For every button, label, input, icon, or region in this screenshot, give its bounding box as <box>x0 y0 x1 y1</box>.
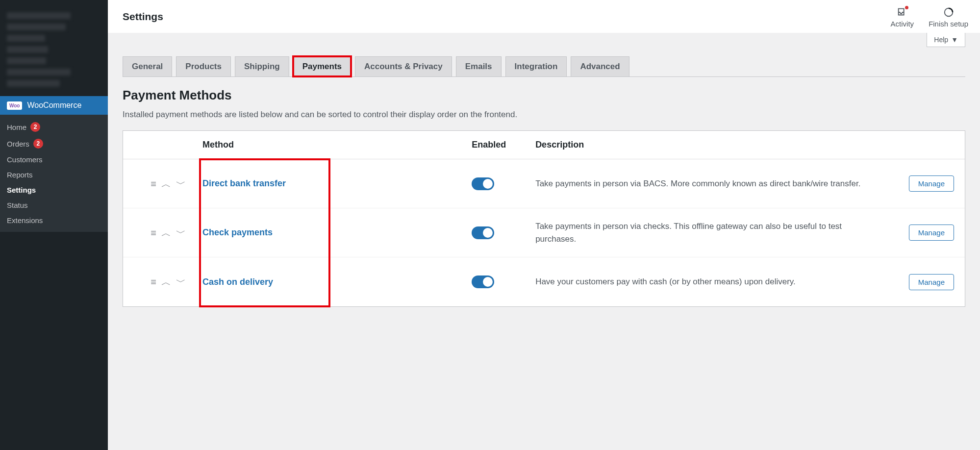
sidebar-submenu: Home 2 Orders 2 Customers Reports Settin… <box>0 115 108 232</box>
table-body: ≡ ︿ ﹀ Direct bank transfer Take payments… <box>123 159 965 306</box>
table-header-row: Method Enabled Description <box>123 131 965 159</box>
sidebar-item-settings[interactable]: Settings <box>0 182 108 198</box>
tab-advanced[interactable]: Advanced <box>571 56 629 76</box>
notification-badge: 2 <box>33 139 43 149</box>
payment-methods-table: Method Enabled Description ≡ ︿ ﹀ Direct … <box>123 130 965 307</box>
move-down-icon[interactable]: ﹀ <box>176 228 186 238</box>
sidebar-item-label: Extensions <box>7 216 43 225</box>
finish-setup-label: Finish setup <box>929 20 968 28</box>
method-description: Take payments in person via checks. This… <box>535 220 885 245</box>
woocommerce-icon: Woo <box>7 101 22 110</box>
method-link-cod[interactable]: Cash on delivery <box>202 277 273 287</box>
move-down-icon[interactable]: ﹀ <box>176 277 186 287</box>
sidebar-item-label: Orders <box>7 140 29 148</box>
finish-setup-button[interactable]: Finish setup <box>929 7 968 28</box>
method-description: Have your customers pay with cash (or by… <box>535 275 885 288</box>
tab-products[interactable]: Products <box>176 56 231 76</box>
notification-badge: 2 <box>30 122 40 132</box>
help-tab[interactable]: Help ▼ <box>927 33 965 47</box>
enabled-toggle[interactable] <box>472 177 494 190</box>
move-up-icon[interactable]: ︿ <box>161 277 171 287</box>
manage-button[interactable]: Manage <box>909 225 954 241</box>
table-row: ≡ ︿ ﹀ Check payments Take payments in pe… <box>123 208 965 257</box>
section-description: Installed payment methods are listed bel… <box>123 110 965 120</box>
sidebar-item-label: Status <box>7 201 28 209</box>
sort-controls: ≡ ︿ ﹀ <box>134 228 202 238</box>
drag-handle-icon[interactable]: ≡ <box>151 179 156 189</box>
method-link-direct-bank[interactable]: Direct bank transfer <box>202 178 286 188</box>
tab-general[interactable]: General <box>123 56 172 76</box>
caret-down-icon: ▼ <box>951 36 958 44</box>
sidebar-item-label: Home <box>7 123 26 131</box>
move-up-icon[interactable]: ︿ <box>161 228 171 238</box>
method-link-check[interactable]: Check payments <box>202 227 273 237</box>
content-area: Help ▼ General Products Shipping Payment… <box>108 33 980 322</box>
activity-button[interactable]: Activity <box>891 7 914 28</box>
table-row: ≡ ︿ ﹀ Direct bank transfer Take payments… <box>123 159 965 208</box>
drag-handle-icon[interactable]: ≡ <box>151 228 156 238</box>
sort-controls: ≡ ︿ ﹀ <box>134 179 202 189</box>
move-down-icon[interactable]: ﹀ <box>176 179 186 189</box>
tab-payments[interactable]: Payments <box>293 56 351 76</box>
enabled-toggle[interactable] <box>472 226 494 239</box>
drag-handle-icon[interactable]: ≡ <box>151 277 156 287</box>
table-row: ≡ ︿ ﹀ Cash on delivery Have your custome… <box>123 257 965 306</box>
move-up-icon[interactable]: ︿ <box>161 179 171 189</box>
tab-shipping[interactable]: Shipping <box>235 56 289 76</box>
sidebar-item-label: Settings <box>7 186 36 194</box>
activity-label: Activity <box>891 20 914 28</box>
sidebar-item-label: Reports <box>7 171 33 179</box>
help-label: Help <box>934 36 948 44</box>
col-header-method: Method <box>202 140 472 150</box>
sidebar-item-home[interactable]: Home 2 <box>0 119 108 135</box>
sidebar-item-customers[interactable]: Customers <box>0 152 108 167</box>
inbox-icon <box>897 7 907 18</box>
tab-accounts-privacy[interactable]: Accounts & Privacy <box>355 56 452 76</box>
tab-integration[interactable]: Integration <box>505 56 567 76</box>
sidebar-item-woocommerce[interactable]: Woo WooCommerce <box>0 96 108 115</box>
section-title: Payment Methods <box>123 88 965 103</box>
enabled-toggle[interactable] <box>472 275 494 288</box>
col-header-enabled: Enabled <box>472 140 535 150</box>
page-title: Settings <box>123 7 163 23</box>
method-description: Take payments in person via BACS. More c… <box>535 177 885 190</box>
manage-button[interactable]: Manage <box>909 175 954 192</box>
col-header-description: Description <box>535 140 885 150</box>
sidebar-item-reports[interactable]: Reports <box>0 167 108 182</box>
sort-controls: ≡ ︿ ﹀ <box>134 277 202 287</box>
sidebar-item-orders[interactable]: Orders 2 <box>0 135 108 152</box>
notification-dot-icon <box>905 6 908 9</box>
sidebar-item-status[interactable]: Status <box>0 198 108 213</box>
admin-sidebar: Woo WooCommerce Home 2 Orders 2 Customer… <box>0 0 108 450</box>
top-bar: Settings Activity Finish setup <box>108 0 980 33</box>
manage-button[interactable]: Manage <box>909 274 954 290</box>
sidebar-blurred-items <box>0 3 108 96</box>
sidebar-active-label: WooCommerce <box>27 101 81 110</box>
top-actions: Activity Finish setup <box>891 7 968 28</box>
settings-tabs: General Products Shipping Payments Accou… <box>123 56 965 77</box>
sidebar-item-label: Customers <box>7 155 43 164</box>
tab-emails[interactable]: Emails <box>456 56 502 76</box>
progress-circle-icon <box>943 7 954 18</box>
sidebar-item-extensions[interactable]: Extensions <box>0 213 108 228</box>
main-content: Settings Activity Finish setup Help ▼ <box>108 0 980 450</box>
